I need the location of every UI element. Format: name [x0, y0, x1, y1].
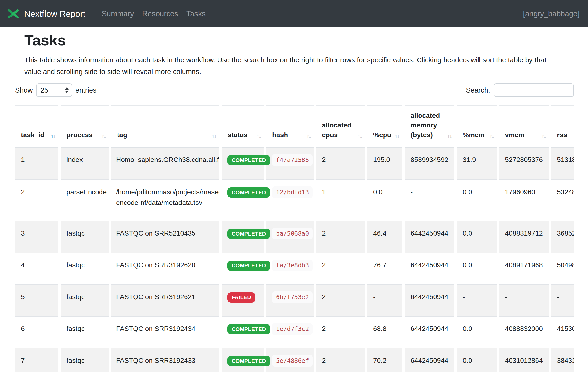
column-label: allocated memory (bytes)	[410, 112, 440, 139]
nav-summary[interactable]: Summary	[98, 10, 138, 18]
column-header-pcpu[interactable]: %cpu ↑↓	[367, 105, 402, 148]
cell-status: COMPLETED	[222, 221, 264, 253]
cell-allocated-memory: 6442450944	[405, 221, 454, 253]
brand-title[interactable]: Nextflow Report	[24, 9, 85, 19]
cell-tag: Homo_sapiens.GRCh38.cdna.all.fa.gz	[111, 148, 219, 180]
cell-status: COMPLETED	[222, 316, 264, 348]
nav-links: Summary Resources Tasks	[98, 10, 210, 18]
entries-label: entries	[75, 86, 97, 94]
table-row: 4 fastqc FASTQC on SRR3192620 COMPLETED …	[15, 253, 574, 284]
cell-task-id: 2	[15, 180, 58, 221]
cell-pmem: 0.0	[457, 348, 497, 372]
cell-hash: 12/bdfd13	[266, 180, 314, 221]
cell-allocated-cpus: 2	[316, 348, 365, 372]
cell-hash: ba/5068a0	[266, 221, 314, 253]
hash-chip: fa/3e8db3	[272, 260, 313, 271]
hash-chip: f4/a72585	[272, 154, 313, 166]
intro-section: Tasks This table shows information about…	[24, 33, 564, 77]
column-label: task_id	[21, 131, 44, 139]
cell-tag: FASTQC on SRR5210435	[111, 221, 219, 253]
cell-vmem: 4031012864	[499, 348, 549, 372]
nav-resources[interactable]: Resources	[138, 10, 182, 18]
cell-pcpu: 68.8	[367, 316, 402, 348]
sort-icons: ↑↓	[395, 133, 399, 139]
cell-rss: 50498	[551, 253, 574, 284]
hash-chip: ba/5068a0	[272, 228, 313, 239]
cell-vmem: 4088832000	[499, 316, 549, 348]
show-label: Show	[15, 86, 33, 94]
column-label: hash	[272, 131, 288, 139]
column-header-task-id[interactable]: task_id ↑↓	[15, 105, 58, 148]
cell-rss: 51318	[551, 148, 574, 180]
hash-chip: 1e/d7f3c2	[272, 323, 313, 335]
hash-chip: 12/bdfd13	[272, 186, 313, 198]
cell-allocated-memory: 6442450944	[405, 284, 454, 316]
cell-status: COMPLETED	[222, 180, 264, 221]
column-label: %cpu	[373, 131, 391, 139]
cell-task-id: 1	[15, 148, 58, 180]
tasks-table: task_id ↑↓ process ↑↓ tag ↑↓ status ↑↓	[13, 105, 574, 372]
cell-hash: 6b/f753e2	[266, 284, 314, 316]
cell-allocated-memory: 6442450944	[405, 316, 454, 348]
column-header-tag[interactable]: tag ↑↓	[111, 105, 219, 148]
cell-process: fastqc	[61, 221, 109, 253]
cell-allocated-memory: -	[405, 180, 454, 221]
cell-pmem: 0.0	[457, 253, 497, 284]
cell-tag: FASTQC on SRR3192433	[111, 348, 219, 372]
cell-vmem: 4088819712	[499, 221, 549, 253]
navbar: Nextflow Report Summary Resources Tasks …	[0, 0, 588, 27]
search-input[interactable]	[494, 83, 574, 97]
column-label: allocated cpus	[322, 121, 351, 139]
page-title: Tasks	[24, 33, 564, 48]
column-header-allocated-cpus[interactable]: allocated cpus ↑↓	[316, 105, 365, 148]
column-header-pmem[interactable]: %mem ↑↓	[457, 105, 497, 148]
table-row: 3 fastqc FASTQC on SRR5210435 COMPLETED …	[15, 221, 574, 253]
cell-task-id: 4	[15, 253, 58, 284]
cell-task-id: 6	[15, 316, 58, 348]
table-row: 5 fastqc FASTQC on SRR3192621 FAILED 6b/…	[15, 284, 574, 316]
cell-process: fastqc	[61, 316, 109, 348]
cell-process: fastqc	[61, 284, 109, 316]
sort-icons: ↑↓	[489, 133, 493, 139]
nav-tasks[interactable]: Tasks	[182, 10, 210, 18]
cell-status: COMPLETED	[222, 253, 264, 284]
cell-task-id: 7	[15, 348, 58, 372]
cell-allocated-cpus: 1	[316, 180, 365, 221]
cell-pmem: 0.0	[457, 316, 497, 348]
status-badge: FAILED	[228, 292, 255, 303]
main-content: Tasks This table shows information about…	[0, 33, 588, 372]
column-header-status[interactable]: status ↑↓	[222, 105, 264, 148]
column-label: status	[228, 131, 247, 139]
cell-rss: 41530	[551, 316, 574, 348]
cell-hash: f4/a72585	[266, 148, 314, 180]
cell-process: parseEncode	[61, 180, 109, 221]
page-length-select[interactable]: 25	[36, 83, 72, 97]
cell-status: FAILED	[222, 284, 264, 316]
hash-chip: 5e/4886ef	[272, 355, 313, 367]
cell-allocated-memory: 8589934592	[405, 148, 454, 180]
cell-allocated-memory: 6442450944	[405, 253, 454, 284]
column-header-process[interactable]: process ↑↓	[61, 105, 109, 148]
column-header-vmem[interactable]: vmem ↑↓	[499, 105, 549, 148]
nextflow-logo-icon	[8, 9, 19, 19]
cell-status: COMPLETED	[222, 148, 264, 180]
cell-allocated-cpus: 2	[316, 284, 365, 316]
page-description: This table shows information about each …	[24, 54, 564, 77]
column-header-hash[interactable]: hash ↑↓	[266, 105, 314, 148]
table-row: 6 fastqc FASTQC on SRR3192434 COMPLETED …	[15, 316, 574, 348]
column-label: process	[66, 131, 93, 139]
cell-allocated-cpus: 2	[316, 221, 365, 253]
sort-icons: ↑↓	[447, 133, 451, 139]
header-row: task_id ↑↓ process ↑↓ tag ↑↓ status ↑↓	[15, 105, 574, 148]
cell-hash: fa/3e8db3	[266, 253, 314, 284]
column-header-allocated-memory[interactable]: allocated memory (bytes) ↑↓	[405, 105, 454, 148]
run-name: [angry_babbage]	[523, 10, 579, 18]
tasks-table-scroll-area[interactable]: task_id ↑↓ process ↑↓ tag ↑↓ status ↑↓	[13, 105, 574, 372]
table-row: 7 fastqc FASTQC on SRR3192433 COMPLETED …	[15, 348, 574, 372]
cell-process: index	[61, 148, 109, 180]
status-badge: COMPLETED	[228, 324, 270, 334]
sort-icons: ↑↓	[256, 133, 261, 139]
cell-vmem: -	[499, 284, 549, 316]
column-header-rss[interactable]: rss ↑↓	[551, 105, 574, 148]
column-label: tag	[117, 131, 127, 139]
